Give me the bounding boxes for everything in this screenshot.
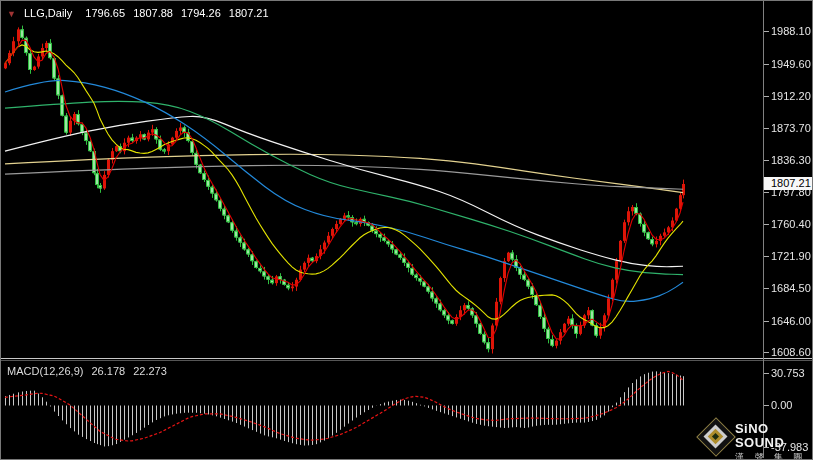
chart-window: ▼ LLG,Daily 1796.65 1807.88 1794.26 1807… xyxy=(0,0,813,460)
axis-divider xyxy=(763,1,764,458)
low-value: 1794.26 xyxy=(181,7,221,19)
brand-logo-icon xyxy=(697,418,731,456)
collapse-icon[interactable]: ▼ xyxy=(7,9,16,19)
macd-main-value: 26.178 xyxy=(91,365,125,377)
high-value: 1807.88 xyxy=(133,7,173,19)
macd-name: MACD(12,26,9) xyxy=(7,365,83,377)
panel-separator-shadow xyxy=(0,360,813,361)
macd-signal-value: 22.273 xyxy=(133,365,167,377)
brand-watermark: SiNO SOUND 漢 聲 集 團 xyxy=(697,418,813,460)
symbol-timeframe-label: LLG,Daily xyxy=(24,7,72,19)
chart-header: ▼ LLG,Daily 1796.65 1807.88 1794.26 1807… xyxy=(7,7,274,19)
current-price-badge: 1807.21 xyxy=(764,177,813,190)
price-axis[interactable] xyxy=(763,0,813,460)
brand-name: SiNO SOUND xyxy=(735,422,813,450)
open-value: 1796.65 xyxy=(85,7,125,19)
macd-indicator-label: MACD(12,26,9) 26.178 22.273 xyxy=(7,365,167,377)
panel-separator[interactable] xyxy=(0,358,813,359)
brand-chinese-name: 漢 聲 集 團 xyxy=(735,451,813,460)
close-value: 1807.21 xyxy=(229,7,269,19)
price-chart-canvas[interactable] xyxy=(0,0,813,460)
